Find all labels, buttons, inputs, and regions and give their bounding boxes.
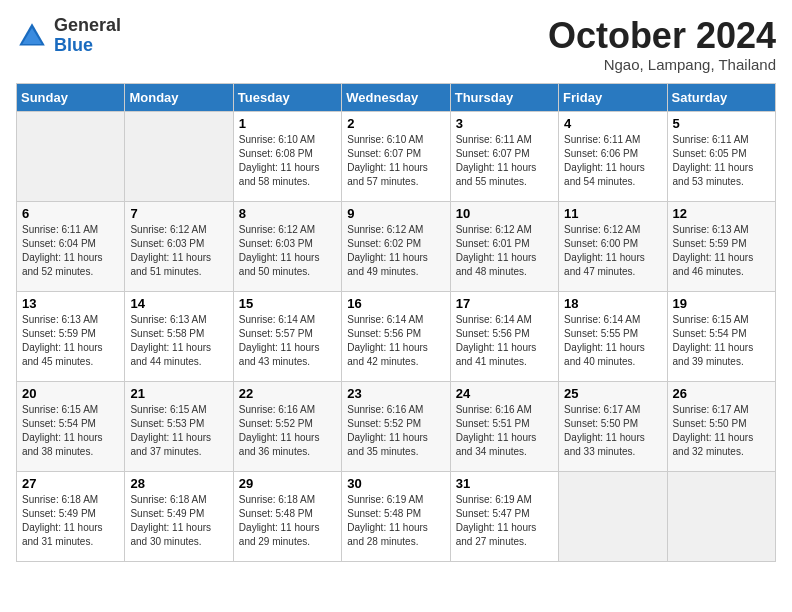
day-info: Sunrise: 6:15 AM Sunset: 5:54 PM Dayligh…	[673, 313, 770, 369]
calendar-week-3: 13 Sunrise: 6:13 AM Sunset: 5:59 PM Dayl…	[17, 291, 776, 381]
sunset-text: Sunset: 6:06 PM	[564, 148, 638, 159]
day-number: 24	[456, 386, 553, 401]
day-number: 11	[564, 206, 661, 221]
calendar-cell: 11 Sunrise: 6:12 AM Sunset: 6:00 PM Dayl…	[559, 201, 667, 291]
sunrise-text: Sunrise: 6:15 AM	[22, 404, 98, 415]
calendar-cell: 5 Sunrise: 6:11 AM Sunset: 6:05 PM Dayli…	[667, 111, 775, 201]
day-number: 3	[456, 116, 553, 131]
calendar-cell: 2 Sunrise: 6:10 AM Sunset: 6:07 PM Dayli…	[342, 111, 450, 201]
sunrise-text: Sunrise: 6:13 AM	[22, 314, 98, 325]
day-number: 16	[347, 296, 444, 311]
logo-blue-text: Blue	[54, 35, 93, 55]
daylight-text: Daylight: 11 hours and 48 minutes.	[456, 252, 537, 277]
day-info: Sunrise: 6:12 AM Sunset: 6:00 PM Dayligh…	[564, 223, 661, 279]
daylight-text: Daylight: 11 hours and 30 minutes.	[130, 522, 211, 547]
calendar-cell: 26 Sunrise: 6:17 AM Sunset: 5:50 PM Dayl…	[667, 381, 775, 471]
sunrise-text: Sunrise: 6:12 AM	[239, 224, 315, 235]
sunrise-text: Sunrise: 6:18 AM	[130, 494, 206, 505]
daylight-text: Daylight: 11 hours and 51 minutes.	[130, 252, 211, 277]
weekday-wednesday: Wednesday	[342, 83, 450, 111]
sunset-text: Sunset: 5:50 PM	[673, 418, 747, 429]
day-info: Sunrise: 6:15 AM Sunset: 5:53 PM Dayligh…	[130, 403, 227, 459]
sunset-text: Sunset: 6:03 PM	[239, 238, 313, 249]
sunrise-text: Sunrise: 6:11 AM	[564, 134, 640, 145]
calendar-cell: 25 Sunrise: 6:17 AM Sunset: 5:50 PM Dayl…	[559, 381, 667, 471]
sunrise-text: Sunrise: 6:14 AM	[347, 314, 423, 325]
weekday-sunday: Sunday	[17, 83, 125, 111]
day-number: 9	[347, 206, 444, 221]
day-number: 17	[456, 296, 553, 311]
calendar-cell: 4 Sunrise: 6:11 AM Sunset: 6:06 PM Dayli…	[559, 111, 667, 201]
weekday-saturday: Saturday	[667, 83, 775, 111]
sunrise-text: Sunrise: 6:16 AM	[456, 404, 532, 415]
day-info: Sunrise: 6:12 AM Sunset: 6:03 PM Dayligh…	[239, 223, 336, 279]
calendar-cell	[17, 111, 125, 201]
sunrise-text: Sunrise: 6:18 AM	[22, 494, 98, 505]
sunset-text: Sunset: 5:56 PM	[456, 328, 530, 339]
sunset-text: Sunset: 6:07 PM	[456, 148, 530, 159]
logo: General Blue	[16, 16, 121, 56]
logo-icon	[16, 20, 48, 52]
day-number: 4	[564, 116, 661, 131]
sunset-text: Sunset: 6:00 PM	[564, 238, 638, 249]
day-number: 20	[22, 386, 119, 401]
calendar-cell: 23 Sunrise: 6:16 AM Sunset: 5:52 PM Dayl…	[342, 381, 450, 471]
calendar-body: 1 Sunrise: 6:10 AM Sunset: 6:08 PM Dayli…	[17, 111, 776, 561]
sunrise-text: Sunrise: 6:11 AM	[456, 134, 532, 145]
sunset-text: Sunset: 5:48 PM	[347, 508, 421, 519]
calendar-cell: 27 Sunrise: 6:18 AM Sunset: 5:49 PM Dayl…	[17, 471, 125, 561]
calendar-cell: 8 Sunrise: 6:12 AM Sunset: 6:03 PM Dayli…	[233, 201, 341, 291]
sunrise-text: Sunrise: 6:19 AM	[347, 494, 423, 505]
daylight-text: Daylight: 11 hours and 40 minutes.	[564, 342, 645, 367]
calendar-header: SundayMondayTuesdayWednesdayThursdayFrid…	[17, 83, 776, 111]
calendar-cell: 9 Sunrise: 6:12 AM Sunset: 6:02 PM Dayli…	[342, 201, 450, 291]
sunset-text: Sunset: 5:51 PM	[456, 418, 530, 429]
day-info: Sunrise: 6:18 AM Sunset: 5:49 PM Dayligh…	[22, 493, 119, 549]
calendar-cell: 16 Sunrise: 6:14 AM Sunset: 5:56 PM Dayl…	[342, 291, 450, 381]
day-info: Sunrise: 6:12 AM Sunset: 6:03 PM Dayligh…	[130, 223, 227, 279]
month-title: October 2024	[548, 16, 776, 56]
day-number: 15	[239, 296, 336, 311]
sunset-text: Sunset: 5:55 PM	[564, 328, 638, 339]
calendar-cell: 12 Sunrise: 6:13 AM Sunset: 5:59 PM Dayl…	[667, 201, 775, 291]
calendar-cell: 6 Sunrise: 6:11 AM Sunset: 6:04 PM Dayli…	[17, 201, 125, 291]
daylight-text: Daylight: 11 hours and 41 minutes.	[456, 342, 537, 367]
sunset-text: Sunset: 5:54 PM	[22, 418, 96, 429]
daylight-text: Daylight: 11 hours and 32 minutes.	[673, 432, 754, 457]
sunset-text: Sunset: 5:47 PM	[456, 508, 530, 519]
day-number: 2	[347, 116, 444, 131]
sunset-text: Sunset: 5:49 PM	[22, 508, 96, 519]
sunset-text: Sunset: 6:03 PM	[130, 238, 204, 249]
calendar-cell: 7 Sunrise: 6:12 AM Sunset: 6:03 PM Dayli…	[125, 201, 233, 291]
calendar-table: SundayMondayTuesdayWednesdayThursdayFrid…	[16, 83, 776, 562]
day-info: Sunrise: 6:10 AM Sunset: 6:08 PM Dayligh…	[239, 133, 336, 189]
weekday-friday: Friday	[559, 83, 667, 111]
daylight-text: Daylight: 11 hours and 49 minutes.	[347, 252, 428, 277]
sunrise-text: Sunrise: 6:11 AM	[22, 224, 98, 235]
sunrise-text: Sunrise: 6:10 AM	[347, 134, 423, 145]
calendar-cell: 20 Sunrise: 6:15 AM Sunset: 5:54 PM Dayl…	[17, 381, 125, 471]
day-number: 6	[22, 206, 119, 221]
sunset-text: Sunset: 6:07 PM	[347, 148, 421, 159]
daylight-text: Daylight: 11 hours and 46 minutes.	[673, 252, 754, 277]
day-number: 22	[239, 386, 336, 401]
sunset-text: Sunset: 5:57 PM	[239, 328, 313, 339]
day-number: 10	[456, 206, 553, 221]
daylight-text: Daylight: 11 hours and 28 minutes.	[347, 522, 428, 547]
day-number: 19	[673, 296, 770, 311]
sunrise-text: Sunrise: 6:19 AM	[456, 494, 532, 505]
day-info: Sunrise: 6:15 AM Sunset: 5:54 PM Dayligh…	[22, 403, 119, 459]
day-info: Sunrise: 6:19 AM Sunset: 5:48 PM Dayligh…	[347, 493, 444, 549]
calendar-cell: 22 Sunrise: 6:16 AM Sunset: 5:52 PM Dayl…	[233, 381, 341, 471]
sunrise-text: Sunrise: 6:11 AM	[673, 134, 749, 145]
calendar-cell: 31 Sunrise: 6:19 AM Sunset: 5:47 PM Dayl…	[450, 471, 558, 561]
weekday-tuesday: Tuesday	[233, 83, 341, 111]
title-block: October 2024 Ngao, Lampang, Thailand	[548, 16, 776, 73]
sunrise-text: Sunrise: 6:12 AM	[347, 224, 423, 235]
calendar-cell: 10 Sunrise: 6:12 AM Sunset: 6:01 PM Dayl…	[450, 201, 558, 291]
day-number: 13	[22, 296, 119, 311]
weekday-monday: Monday	[125, 83, 233, 111]
calendar-cell: 3 Sunrise: 6:11 AM Sunset: 6:07 PM Dayli…	[450, 111, 558, 201]
daylight-text: Daylight: 11 hours and 44 minutes.	[130, 342, 211, 367]
calendar-cell: 13 Sunrise: 6:13 AM Sunset: 5:59 PM Dayl…	[17, 291, 125, 381]
